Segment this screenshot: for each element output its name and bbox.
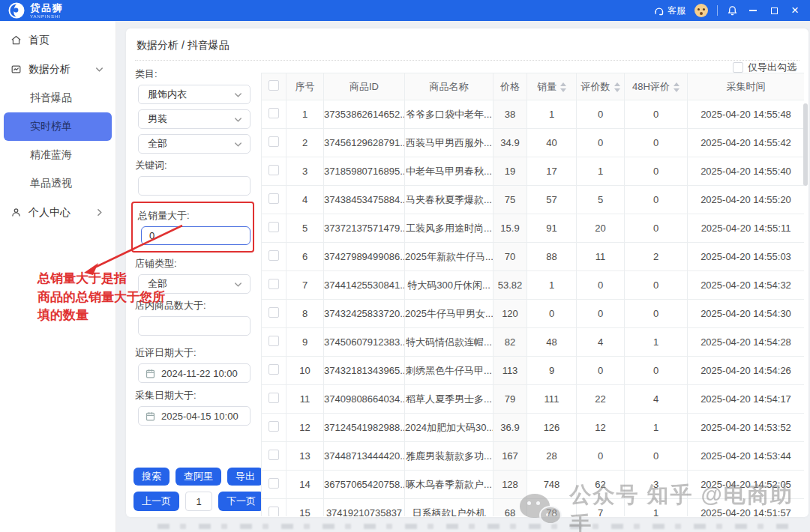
table-cell: 37185980716895... — [324, 157, 405, 186]
next-page-button[interactable]: 下一页 — [218, 492, 264, 511]
sort-icon[interactable] — [614, 82, 620, 92]
table-cell: 爷爷多口袋中老年... — [405, 100, 494, 129]
table-cell: 57 — [527, 186, 577, 214]
row-checkbox[interactable] — [268, 136, 279, 147]
table-cell: 2024加肥加大码30... — [405, 414, 494, 442]
table-cell: 0 — [577, 300, 625, 328]
table-cell: 37456129628791... — [324, 129, 405, 157]
row-checkbox[interactable] — [268, 336, 279, 346]
row-checkbox[interactable] — [268, 478, 279, 489]
table-cell: 70 — [494, 243, 527, 271]
user-avatar[interactable] — [694, 4, 708, 17]
sidebar-item-single-product[interactable]: 单品透视 — [0, 169, 116, 198]
table-cell: 37441425530841... — [324, 271, 405, 300]
column-header[interactable]: 评价数 — [577, 73, 625, 100]
check-ali-button[interactable]: 查阿里 — [176, 468, 221, 486]
home-icon — [10, 34, 22, 46]
sidebar-item-realtime-rank[interactable]: 实时榜单 — [4, 112, 112, 141]
row-checkbox[interactable] — [268, 507, 279, 516]
submenu-label: 精准蓝海 — [30, 148, 72, 162]
action-buttons: 搜索 查阿里 导出 — [134, 468, 263, 486]
table-cell: 0 — [625, 186, 688, 214]
column-header[interactable]: 销量 — [527, 73, 577, 100]
table-cell: 13 — [286, 442, 324, 471]
table-cell: 15.9 — [494, 214, 527, 243]
sort-icon[interactable] — [560, 82, 566, 92]
close-icon: × — [791, 3, 799, 18]
headset-icon — [653, 5, 664, 16]
sidebar-item-personal-center[interactable]: 个人中心 — [0, 198, 116, 227]
bell-icon[interactable] — [727, 5, 738, 16]
table-cell: 37448713444420... — [324, 442, 405, 471]
table-cell: 1 — [577, 157, 625, 186]
chevron-down-icon — [232, 89, 244, 100]
chevron-down-icon — [232, 139, 244, 150]
keyword-input[interactable] — [138, 176, 250, 196]
sidebar-item-douyin-hot[interactable]: 抖音爆品 — [0, 84, 116, 112]
sidebar-item-blue-ocean[interactable]: 精准蓝海 — [0, 141, 116, 169]
row-checkbox-cell — [262, 129, 286, 157]
table-cell: 4 — [577, 328, 625, 357]
table-cell: 37450607912383... — [324, 328, 405, 357]
review-date-picker[interactable]: 2024-11-22 10:00 — [138, 363, 250, 383]
breadcrumb: 数据分析 / 抖音爆品 — [126, 28, 808, 60]
table-cell: 0 — [625, 271, 688, 300]
sidebar-item-data-analysis[interactable]: 数据分析 — [0, 55, 116, 84]
table-cell: 37432425833720... — [324, 300, 405, 328]
annotation-line: 填的数量 — [38, 306, 165, 325]
row-checkbox-cell — [262, 186, 286, 214]
column-header[interactable]: 48H评价 — [625, 73, 688, 100]
row-checkbox[interactable] — [268, 165, 279, 175]
close-button[interactable]: × — [789, 4, 801, 16]
row-checkbox[interactable] — [268, 279, 279, 289]
row-checkbox[interactable] — [268, 222, 279, 232]
row-checkbox[interactable] — [268, 250, 279, 261]
collect-date-picker[interactable]: 2025-04-15 10:00 — [138, 406, 250, 426]
header-checkbox-cell — [262, 73, 286, 100]
category-select-1[interactable]: 服饰内衣 — [138, 85, 250, 104]
row-checkbox[interactable] — [268, 450, 279, 460]
table-cell: 111 — [527, 385, 577, 414]
scrollbar-thumb[interactable] — [803, 103, 808, 186]
row-checkbox[interactable] — [268, 108, 279, 118]
sidebar-item-home[interactable]: 首页 — [0, 25, 116, 55]
calendar-icon — [145, 411, 156, 422]
page-number-input[interactable] — [185, 492, 212, 511]
table-scrollbar[interactable] — [803, 103, 808, 238]
minimize-button[interactable] — [747, 4, 759, 16]
export-button[interactable]: 导出 — [227, 468, 263, 486]
table-cell: 2025-04-20 14:55:03 — [688, 243, 805, 271]
maximize-button[interactable] — [768, 4, 780, 16]
row-checkbox[interactable] — [268, 364, 279, 375]
annotation-line: 总销量大于是指 — [38, 270, 165, 288]
table-cell: 稻草人夏季男士多... — [405, 385, 494, 414]
search-button[interactable]: 搜索 — [134, 468, 170, 486]
table-cell: 1 — [625, 414, 688, 442]
sales-threshold-input[interactable] — [141, 226, 250, 245]
row-checkbox[interactable] — [268, 393, 279, 403]
export-checkbox[interactable] — [733, 62, 743, 73]
table-row: 937450607912383...特大码情侣款连帽...8248412025-… — [262, 328, 805, 357]
table-cell: 88 — [527, 243, 577, 271]
customer-service-button[interactable]: 客服 — [653, 4, 686, 17]
sort-icon[interactable] — [674, 82, 680, 92]
content-card: 数据分析 / 抖音爆品 仅导出勾选 类目: 服饰内衣 男装 全部 关键词: — [126, 28, 808, 517]
select-all-checkbox[interactable] — [268, 80, 279, 91]
chevron-right-icon — [94, 207, 105, 218]
table-cell: 37353862614652... — [324, 100, 405, 129]
table-cell: 日系柄款L户外机 — [405, 499, 494, 517]
review-date-label: 近评日期大于: — [135, 346, 255, 360]
table-cell: 2025-04-20 14:53:44 — [688, 442, 805, 471]
row-checkbox[interactable] — [268, 307, 279, 318]
prev-page-button[interactable]: 上一页 — [134, 492, 179, 511]
category-select-2[interactable]: 男装 — [138, 109, 250, 129]
table-cell: 34.9 — [494, 129, 527, 157]
row-checkbox[interactable] — [268, 421, 279, 432]
table-row: 837432425833720...2025牛仔马甲男女...120000202… — [262, 300, 805, 328]
breadcrumb-divider — [135, 60, 800, 61]
category-select-3[interactable]: 全部 — [138, 134, 250, 154]
row-checkbox[interactable] — [268, 193, 279, 204]
chevron-down-icon — [232, 114, 244, 125]
table-cell: 20 — [577, 214, 625, 243]
table-cell: 15 — [286, 499, 324, 517]
